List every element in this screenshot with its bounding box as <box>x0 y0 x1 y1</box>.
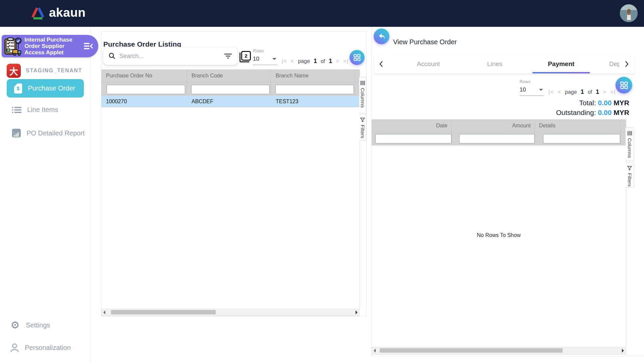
pages-toggle-icon[interactable]: 2 <box>239 51 251 62</box>
table-row-selected[interactable]: 1000270 ABCDEF TEST123 <box>101 96 360 107</box>
sidebar-item-label: PO Detailed Report <box>26 129 85 137</box>
filter-funnel-icon <box>627 166 632 170</box>
scroll-left-arrow[interactable] <box>374 349 376 353</box>
cell-branch-code: ABCDEF <box>187 96 271 107</box>
tabs-scroll-right[interactable] <box>620 55 634 73</box>
sidebar-item-settings[interactable]: ⚙︎ Settings <box>10 320 50 330</box>
search-icon <box>109 53 115 59</box>
cell-purchase-order-no: 1000270 <box>101 96 187 107</box>
columns-side-tab[interactable]: Columns <box>626 127 634 161</box>
sidebar-item-tenant[interactable]: 大 STAGING_TENANT <box>7 64 82 78</box>
totals-summary: Total: 0.00 MYR Outstanding: 0.00 MYR <box>556 98 629 117</box>
first-page-button[interactable]: |< <box>281 58 287 65</box>
tenant-icon: 大 <box>7 64 21 78</box>
filter-input-amount[interactable] <box>459 134 535 143</box>
sidebar-item-line-items[interactable]: Line Items <box>12 106 58 114</box>
sidebar-item-po-detailed-report[interactable]: PO Detailed Report <box>12 129 85 137</box>
search-input[interactable] <box>119 52 224 60</box>
scrollbar-thumb[interactable] <box>111 310 216 314</box>
tab-payment[interactable]: Payment <box>528 55 594 73</box>
cell-branch-name: TEST123 <box>271 96 355 107</box>
akaun-triangle-icon <box>30 6 46 20</box>
sidebar-item-label: Personalization <box>25 344 71 352</box>
outstanding-line: Outstanding: 0.00 MYR <box>556 108 629 117</box>
grid-icon <box>620 81 628 89</box>
filter-input-purchase-order-no[interactable] <box>107 85 185 94</box>
next-page-button[interactable]: > <box>603 89 606 96</box>
pages-count: 2 <box>241 51 251 61</box>
sidebar-item-label: Purchase Order <box>28 84 75 92</box>
gear-icon: ⚙︎ <box>10 320 20 330</box>
columns-side-tab[interactable]: Columns <box>359 77 366 113</box>
sidebar-item-purchase-order[interactable]: $ Purchase Order <box>7 79 84 98</box>
back-arrow-icon <box>378 33 386 40</box>
view-purchase-order-panel: View Purchase Order Account Lines Paymen… <box>371 27 644 356</box>
of-word: of <box>321 58 325 64</box>
column-header-amount[interactable]: Amount <box>452 119 535 132</box>
grid-view-button[interactable] <box>350 50 365 65</box>
sidebar-item-label: Settings <box>26 321 50 329</box>
listing-filter-row <box>101 82 360 96</box>
total-value: 0.00 <box>598 99 612 107</box>
listing-horizontal-scrollbar[interactable] <box>101 309 360 316</box>
user-avatar[interactable] <box>620 4 638 22</box>
next-page-button[interactable]: > <box>336 58 339 65</box>
filters-side-tab[interactable]: Filters <box>626 162 634 188</box>
detail-tabs: Account Lines Payment Depa <box>395 55 634 73</box>
page-word: page <box>298 58 310 64</box>
first-page-button[interactable]: |< <box>548 89 554 96</box>
detail-tab-bar: Account Lines Payment Depa <box>374 55 634 74</box>
prev-page-button[interactable]: < <box>557 89 561 96</box>
filter-input-details[interactable] <box>543 134 620 143</box>
purchase-order-listing-panel: Purchase Order Listing 2 Rows 10 |< < <box>101 31 367 316</box>
column-header-date[interactable]: Date <box>372 119 452 132</box>
filter-input-date[interactable] <box>375 134 451 143</box>
column-header-details[interactable]: Details <box>535 119 621 132</box>
chevron-left-icon <box>379 61 383 67</box>
scroll-right-arrow[interactable] <box>622 349 624 353</box>
total-label: Total: <box>579 99 596 107</box>
brand-text: akaun <box>49 6 86 20</box>
total-currency: MYR <box>613 99 629 107</box>
scroll-left-arrow[interactable] <box>103 310 105 314</box>
tabs-scroll-left[interactable] <box>374 55 388 73</box>
detail-horizontal-scrollbar[interactable] <box>372 347 626 355</box>
total-pages: 1 <box>596 88 599 96</box>
scrollbar-thumb[interactable] <box>380 348 562 353</box>
detail-pagination: |< < page 1 of 1 > >| <box>548 88 616 96</box>
filter-list-icon[interactable] <box>224 53 232 59</box>
of-word: of <box>588 89 592 95</box>
column-header-branch-code[interactable]: Branch Code <box>187 69 271 82</box>
person-icon <box>10 343 19 352</box>
back-button[interactable] <box>374 28 389 44</box>
rows-per-page-select[interactable]: 10 <box>253 56 277 65</box>
applet-badge[interactable]: Internal Purchase Order Supplier Access … <box>2 35 98 57</box>
current-page: 1 <box>581 88 584 96</box>
sidebar: Internal Purchase Order Supplier Access … <box>0 27 91 362</box>
filter-input-branch-name[interactable] <box>275 85 354 94</box>
prev-page-button[interactable]: < <box>290 58 294 65</box>
tab-account[interactable]: Account <box>395 55 462 73</box>
tenant-label: STAGING_TENANT <box>26 68 82 74</box>
search-bar <box>103 47 238 65</box>
chevron-right-icon <box>625 61 629 67</box>
last-page-button[interactable]: >| <box>610 89 615 96</box>
scroll-right-arrow[interactable] <box>356 310 358 314</box>
column-header-branch-name[interactable]: Branch Name <box>271 69 355 82</box>
listing-table-header: Purchase Order No Branch Code Branch Nam… <box>101 69 360 82</box>
rows-label: Rows <box>520 79 531 84</box>
app-root: akaun <box>0 0 644 362</box>
tab-lines[interactable]: Lines <box>462 55 528 73</box>
filters-side-tab[interactable]: Filters <box>359 114 366 141</box>
total-pages: 1 <box>329 58 332 65</box>
listing-pagination: |< < page 1 of 1 > >| <box>281 58 349 65</box>
filter-input-branch-code[interactable] <box>191 85 270 94</box>
columns-icon <box>361 81 365 85</box>
rows-per-page-select[interactable]: 10 <box>520 86 544 96</box>
sidebar-item-personalization[interactable]: Personalization <box>10 343 71 352</box>
empty-grid-message: No Rows To Show <box>372 232 626 238</box>
column-header-purchase-order-no[interactable]: Purchase Order No <box>101 69 187 82</box>
sidebar-collapse-icon[interactable] <box>84 43 93 50</box>
last-page-button[interactable]: >| <box>343 58 348 65</box>
grid-view-button[interactable] <box>615 77 632 94</box>
